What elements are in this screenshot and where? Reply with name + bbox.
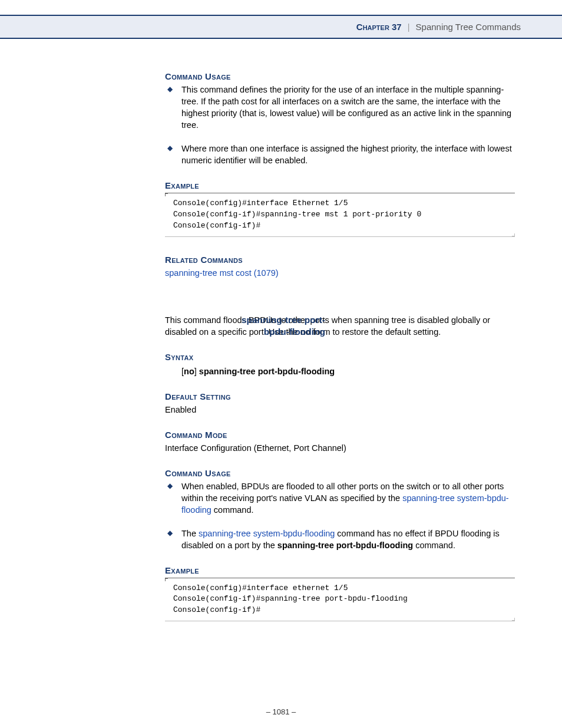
syntax-cmd: spanning-tree port-bpdu-flooding (199, 367, 335, 376)
usage-bullet: This command defines the priority for th… (165, 84, 515, 131)
margin-title-line2: bpdu-flooding (264, 327, 325, 337)
command-section: spanning-tree port- bpdu-flooding This c… (165, 314, 515, 622)
command-mode-heading: Command Mode (165, 430, 515, 440)
usage-bullet-list: This command defines the priority for th… (165, 84, 515, 166)
related-commands-heading: Related Commands (165, 255, 515, 265)
page-number: – 1081 – (0, 707, 562, 716)
bpdu-flooding-link[interactable]: spanning-tree system-bpdu-flooding (199, 529, 335, 538)
usage-bullet: The spanning-tree system-bpdu-flooding c… (165, 528, 515, 551)
syntax-heading: Syntax (165, 352, 515, 362)
usage-bullet: Where more than one interface is assigne… (165, 143, 515, 166)
bullet-text-bold: spanning-tree port-bpdu-flooding (277, 541, 413, 550)
bullet-text-post: command. (211, 505, 254, 515)
command-mode-value: Interface Configuration (Ethernet, Port … (165, 442, 515, 454)
chapter-title: Spanning Tree Commands (416, 22, 521, 32)
chapter-label: Chapter 37 (356, 22, 402, 32)
default-setting-heading: Default Setting (165, 391, 515, 401)
bullet-text-pre: The (181, 529, 199, 538)
margin-title-line1: spanning-tree port- (242, 315, 325, 325)
intro-text-post: form to restore the default setting. (310, 327, 441, 337)
main-content: Command Usage This command defines the p… (165, 71, 515, 621)
command-margin-title: spanning-tree port- bpdu-flooding (219, 314, 325, 338)
usage-bullet-list-2: When enabled, BPDUs are flooded to all o… (165, 480, 515, 551)
syntax-bracket-close: ] (194, 367, 199, 376)
default-setting-value: Enabled (165, 404, 515, 416)
header-separator: | (408, 22, 410, 32)
example-heading: Example (165, 180, 515, 190)
example-code-block-2: Console(config)#interface ethernet 1/5 C… (165, 578, 515, 622)
usage-bullet: When enabled, BPDUs are flooded to all o… (165, 480, 515, 516)
example-code-block: Console(config)#interface Ethernet 1/5 C… (165, 193, 515, 237)
command-intro: This command floods BPDUs to other ports… (165, 314, 515, 338)
example-heading-2: Example (165, 565, 515, 575)
bullet-text-post: command. (413, 541, 455, 550)
related-command-link[interactable]: spanning-tree mst cost (1079) (165, 268, 279, 278)
command-usage-heading: Command Usage (165, 71, 515, 81)
page-header: Chapter 37 | Spanning Tree Commands (0, 15, 562, 39)
syntax-line: [no] spanning-tree port-bpdu-flooding (181, 365, 515, 377)
syntax-no: no (184, 367, 194, 376)
command-usage-heading-2: Command Usage (165, 468, 515, 478)
